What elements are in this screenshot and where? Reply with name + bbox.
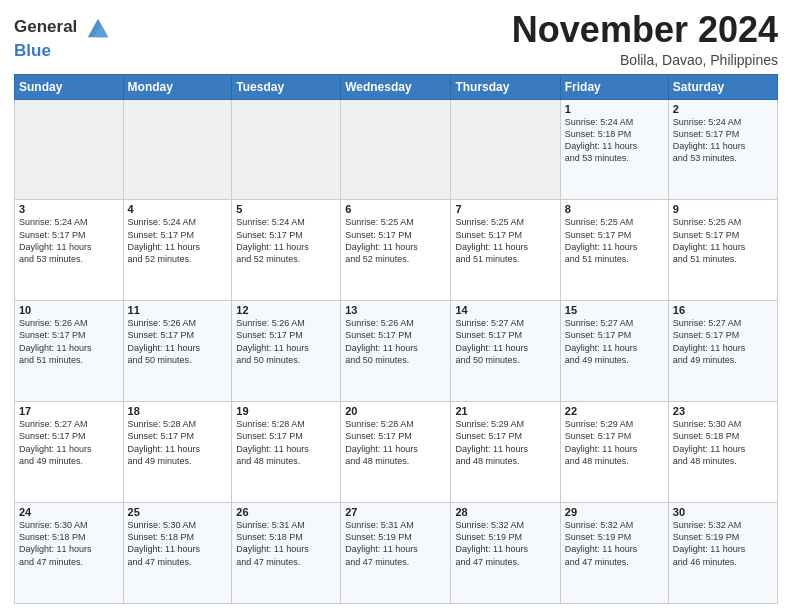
day-info: Sunrise: 5:24 AM Sunset: 5:17 PM Dayligh… [673,116,773,165]
day-info: Sunrise: 5:27 AM Sunset: 5:17 PM Dayligh… [455,317,555,366]
day-cell [123,99,232,200]
week-row-2: 3Sunrise: 5:24 AM Sunset: 5:17 PM Daylig… [15,200,778,301]
day-info: Sunrise: 5:26 AM Sunset: 5:17 PM Dayligh… [19,317,119,366]
week-row-1: 1Sunrise: 5:24 AM Sunset: 5:18 PM Daylig… [15,99,778,200]
day-cell: 23Sunrise: 5:30 AM Sunset: 5:18 PM Dayli… [668,402,777,503]
col-header-friday: Friday [560,74,668,99]
day-cell: 5Sunrise: 5:24 AM Sunset: 5:17 PM Daylig… [232,200,341,301]
day-number: 24 [19,506,119,518]
day-info: Sunrise: 5:25 AM Sunset: 5:17 PM Dayligh… [565,216,664,265]
day-cell: 24Sunrise: 5:30 AM Sunset: 5:18 PM Dayli… [15,503,124,604]
day-number: 20 [345,405,446,417]
day-number: 17 [19,405,119,417]
day-info: Sunrise: 5:26 AM Sunset: 5:17 PM Dayligh… [128,317,228,366]
week-row-4: 17Sunrise: 5:27 AM Sunset: 5:17 PM Dayli… [15,402,778,503]
day-info: Sunrise: 5:30 AM Sunset: 5:18 PM Dayligh… [673,418,773,467]
day-cell: 4Sunrise: 5:24 AM Sunset: 5:17 PM Daylig… [123,200,232,301]
day-number: 28 [455,506,555,518]
col-header-wednesday: Wednesday [341,74,451,99]
day-number: 22 [565,405,664,417]
day-info: Sunrise: 5:24 AM Sunset: 5:18 PM Dayligh… [565,116,664,165]
day-cell [232,99,341,200]
day-info: Sunrise: 5:28 AM Sunset: 5:17 PM Dayligh… [236,418,336,467]
day-number: 5 [236,203,336,215]
day-number: 9 [673,203,773,215]
day-cell: 12Sunrise: 5:26 AM Sunset: 5:17 PM Dayli… [232,301,341,402]
day-cell: 1Sunrise: 5:24 AM Sunset: 5:18 PM Daylig… [560,99,668,200]
day-info: Sunrise: 5:32 AM Sunset: 5:19 PM Dayligh… [565,519,664,568]
day-cell: 10Sunrise: 5:26 AM Sunset: 5:17 PM Dayli… [15,301,124,402]
day-number: 23 [673,405,773,417]
day-info: Sunrise: 5:25 AM Sunset: 5:17 PM Dayligh… [345,216,446,265]
day-cell: 3Sunrise: 5:24 AM Sunset: 5:17 PM Daylig… [15,200,124,301]
day-cell: 7Sunrise: 5:25 AM Sunset: 5:17 PM Daylig… [451,200,560,301]
col-header-tuesday: Tuesday [232,74,341,99]
day-number: 29 [565,506,664,518]
week-row-5: 24Sunrise: 5:30 AM Sunset: 5:18 PM Dayli… [15,503,778,604]
day-number: 7 [455,203,555,215]
day-cell: 25Sunrise: 5:30 AM Sunset: 5:18 PM Dayli… [123,503,232,604]
day-number: 30 [673,506,773,518]
day-info: Sunrise: 5:25 AM Sunset: 5:17 PM Dayligh… [455,216,555,265]
day-cell: 15Sunrise: 5:27 AM Sunset: 5:17 PM Dayli… [560,301,668,402]
day-number: 10 [19,304,119,316]
col-header-monday: Monday [123,74,232,99]
day-number: 6 [345,203,446,215]
logo-icon [84,14,112,42]
day-cell: 11Sunrise: 5:26 AM Sunset: 5:17 PM Dayli… [123,301,232,402]
day-number: 2 [673,103,773,115]
col-header-thursday: Thursday [451,74,560,99]
day-cell: 17Sunrise: 5:27 AM Sunset: 5:17 PM Dayli… [15,402,124,503]
logo-blue: Blue [14,42,112,61]
day-info: Sunrise: 5:32 AM Sunset: 5:19 PM Dayligh… [455,519,555,568]
title-block: November 2024 Bolila, Davao, Philippines [512,10,778,68]
day-number: 25 [128,506,228,518]
logo-general: General [14,17,77,36]
day-cell: 14Sunrise: 5:27 AM Sunset: 5:17 PM Dayli… [451,301,560,402]
day-info: Sunrise: 5:30 AM Sunset: 5:18 PM Dayligh… [128,519,228,568]
day-info: Sunrise: 5:29 AM Sunset: 5:17 PM Dayligh… [565,418,664,467]
day-cell: 6Sunrise: 5:25 AM Sunset: 5:17 PM Daylig… [341,200,451,301]
day-cell [15,99,124,200]
day-info: Sunrise: 5:25 AM Sunset: 5:17 PM Dayligh… [673,216,773,265]
day-number: 3 [19,203,119,215]
col-header-saturday: Saturday [668,74,777,99]
day-cell: 18Sunrise: 5:28 AM Sunset: 5:17 PM Dayli… [123,402,232,503]
day-number: 21 [455,405,555,417]
month-title: November 2024 [512,10,778,50]
day-cell [341,99,451,200]
day-cell: 30Sunrise: 5:32 AM Sunset: 5:19 PM Dayli… [668,503,777,604]
location-subtitle: Bolila, Davao, Philippines [512,52,778,68]
week-row-3: 10Sunrise: 5:26 AM Sunset: 5:17 PM Dayli… [15,301,778,402]
day-number: 27 [345,506,446,518]
col-header-sunday: Sunday [15,74,124,99]
day-info: Sunrise: 5:27 AM Sunset: 5:17 PM Dayligh… [673,317,773,366]
day-cell: 29Sunrise: 5:32 AM Sunset: 5:19 PM Dayli… [560,503,668,604]
day-info: Sunrise: 5:31 AM Sunset: 5:19 PM Dayligh… [345,519,446,568]
logo: General Blue [14,14,112,61]
day-cell: 22Sunrise: 5:29 AM Sunset: 5:17 PM Dayli… [560,402,668,503]
day-cell: 16Sunrise: 5:27 AM Sunset: 5:17 PM Dayli… [668,301,777,402]
day-cell: 26Sunrise: 5:31 AM Sunset: 5:18 PM Dayli… [232,503,341,604]
day-cell: 27Sunrise: 5:31 AM Sunset: 5:19 PM Dayli… [341,503,451,604]
calendar-table: SundayMondayTuesdayWednesdayThursdayFrid… [14,74,778,604]
day-cell: 20Sunrise: 5:28 AM Sunset: 5:17 PM Dayli… [341,402,451,503]
day-number: 11 [128,304,228,316]
day-cell: 19Sunrise: 5:28 AM Sunset: 5:17 PM Dayli… [232,402,341,503]
day-info: Sunrise: 5:32 AM Sunset: 5:19 PM Dayligh… [673,519,773,568]
day-number: 15 [565,304,664,316]
day-info: Sunrise: 5:24 AM Sunset: 5:17 PM Dayligh… [128,216,228,265]
header: General Blue November 2024 Bolila, Davao… [14,10,778,68]
day-number: 18 [128,405,228,417]
day-cell: 21Sunrise: 5:29 AM Sunset: 5:17 PM Dayli… [451,402,560,503]
day-number: 1 [565,103,664,115]
day-number: 19 [236,405,336,417]
day-number: 14 [455,304,555,316]
day-cell [451,99,560,200]
day-number: 16 [673,304,773,316]
day-info: Sunrise: 5:31 AM Sunset: 5:18 PM Dayligh… [236,519,336,568]
day-info: Sunrise: 5:26 AM Sunset: 5:17 PM Dayligh… [236,317,336,366]
day-info: Sunrise: 5:24 AM Sunset: 5:17 PM Dayligh… [19,216,119,265]
day-number: 26 [236,506,336,518]
day-number: 4 [128,203,228,215]
